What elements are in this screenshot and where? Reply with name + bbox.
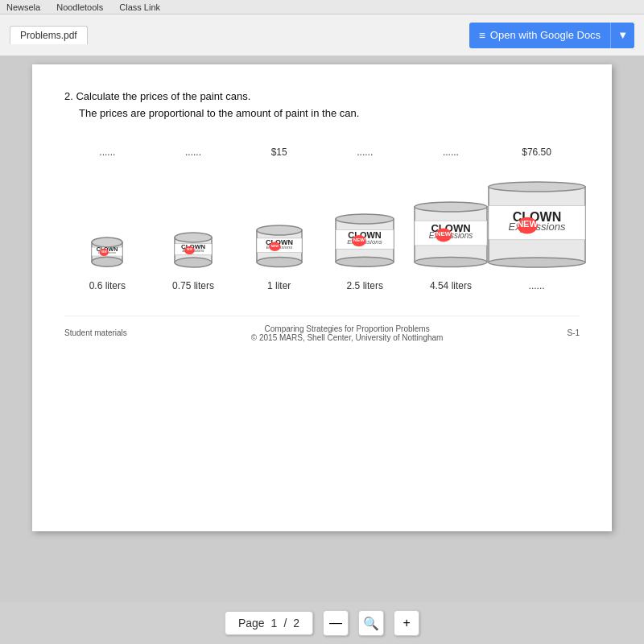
svg-point-17 xyxy=(257,225,302,235)
can-cell-5: CLOWNExpressionsNEW xyxy=(493,161,580,274)
svg-point-9 xyxy=(175,233,212,242)
problem-number: 2. xyxy=(64,90,73,102)
page-indicator: Page 1 / 2 xyxy=(225,611,313,635)
price-cell-0: ...... xyxy=(64,147,151,158)
footer-left: Student materials xyxy=(64,328,127,337)
svg-point-34 xyxy=(415,258,487,267)
price-cell-5: $76.50 xyxy=(493,147,580,158)
can-cell-2: CLOWNExpressionsNEW xyxy=(236,161,322,274)
page-separator: / xyxy=(283,617,287,630)
price-cell-1: ...... xyxy=(151,147,237,158)
browser-tab-noodletools: Noodletools xyxy=(56,2,103,12)
browser-tab-classlink: Class Link xyxy=(119,2,160,12)
svg-point-41 xyxy=(489,182,585,192)
file-tab[interactable]: Problems.pdf xyxy=(10,26,88,44)
zoom-in-button[interactable]: + xyxy=(394,610,419,636)
svg-text:NEW: NEW xyxy=(270,244,279,248)
problem-line1: Calculate the prices of the paint cans. xyxy=(76,90,250,102)
page-total: 2 xyxy=(293,617,299,630)
svg-text:NEW: NEW xyxy=(187,248,192,251)
page-current: 1 xyxy=(271,617,278,630)
toolbar: Problems.pdf ≡ Open with Google Docs ▼ xyxy=(0,14,644,56)
can-svg-1: CLOWNExpressionsNEW xyxy=(167,229,220,274)
open-docs-main: ≡ Open with Google Docs xyxy=(469,23,611,48)
content-area: 2. Calculate the prices of the paint can… xyxy=(0,56,644,602)
svg-text:NEW: NEW xyxy=(436,230,452,237)
svg-point-18 xyxy=(257,258,302,267)
labels-row: 0.6 liters0.75 liters1 liter2.5 liters4.… xyxy=(64,280,580,291)
footer-center: Comparing Strategies for Proportion Prob… xyxy=(251,324,444,342)
zoom-icon-button[interactable]: 🔍 xyxy=(358,610,384,636)
label-cell-1: 0.75 liters xyxy=(151,280,237,291)
zoom-icon: 🔍 xyxy=(363,616,379,631)
label-cell-3: 2.5 liters xyxy=(322,280,408,291)
google-docs-icon: ≡ xyxy=(479,29,485,42)
price-cell-3: ...... xyxy=(322,147,408,158)
document-page: 2. Calculate the prices of the paint can… xyxy=(32,64,612,531)
svg-point-42 xyxy=(489,258,585,267)
price-cell-2: $15 xyxy=(236,147,322,158)
svg-text:NEW: NEW xyxy=(517,218,538,228)
svg-point-33 xyxy=(415,202,487,212)
browser-bar: Newsela Noodletools Class Link xyxy=(0,0,644,14)
zoom-out-button[interactable]: — xyxy=(323,610,349,636)
price-cell-4: ...... xyxy=(408,147,494,158)
prices-row: ............$15............$76.50 xyxy=(64,147,580,158)
footer: Student materials Comparing Strategies f… xyxy=(64,316,580,342)
can-svg-3: CLOWNExpressionsNEW xyxy=(328,211,402,273)
cans-row: CLOWNExpressionsNEWCLOWNExpressionsNEWCL… xyxy=(64,161,580,274)
footer-right: S-1 xyxy=(567,328,580,337)
open-with-google-docs-button[interactable]: ≡ Open with Google Docs ▼ xyxy=(469,23,634,48)
can-cell-0: CLOWNExpressionsNEW xyxy=(64,161,151,274)
label-cell-0: 0.6 liters xyxy=(64,280,151,291)
label-cell-4: 4.54 liters xyxy=(408,280,494,291)
can-svg-5: CLOWNExpressionsNEW xyxy=(481,179,593,274)
label-cell-2: 1 liter xyxy=(236,280,322,291)
browser-tab-newsela: Newsela xyxy=(6,2,40,12)
label-cell-5: ...... xyxy=(493,280,580,291)
problem-line2: The prices are proportional to the amoun… xyxy=(79,107,359,119)
svg-text:NEW: NEW xyxy=(353,238,365,243)
svg-point-2 xyxy=(92,258,122,267)
page-label: Page xyxy=(238,617,265,630)
can-svg-2: CLOWNExpressionsNEW xyxy=(249,222,310,274)
svg-point-25 xyxy=(336,214,394,224)
pagination-bar: Page 1 / 2 — 🔍 + xyxy=(0,602,644,644)
svg-text:NEW: NEW xyxy=(101,250,107,254)
problem-statement: 2. Calculate the prices of the paint can… xyxy=(64,89,580,122)
dropdown-arrow[interactable]: ▼ xyxy=(611,23,634,48)
paint-cans-area: ............$15............$76.50 CLOWNE… xyxy=(64,147,580,291)
svg-point-10 xyxy=(175,258,212,267)
can-cell-1: CLOWNExpressionsNEW xyxy=(151,161,237,274)
can-svg-0: CLOWNExpressionsNEW xyxy=(84,234,130,273)
can-cell-3: CLOWNExpressionsNEW xyxy=(322,161,408,274)
svg-point-26 xyxy=(336,258,394,267)
